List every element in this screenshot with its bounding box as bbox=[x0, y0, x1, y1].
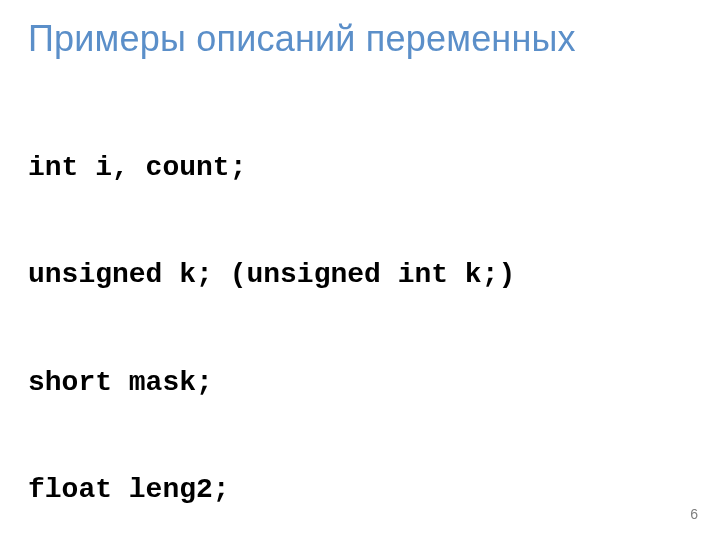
variable-declarations: int i, count; unsigned k; (unsigned int … bbox=[28, 78, 692, 540]
code-line: int i, count; bbox=[28, 150, 692, 186]
slide-title: Примеры описаний переменных bbox=[28, 18, 692, 60]
code-line: unsigned k; (unsigned int k;) bbox=[28, 257, 692, 293]
page-number: 6 bbox=[690, 506, 698, 522]
code-line: short mask; bbox=[28, 365, 692, 401]
code-line: float leng2; bbox=[28, 472, 692, 508]
slide: Примеры описаний переменных int i, count… bbox=[0, 0, 720, 540]
